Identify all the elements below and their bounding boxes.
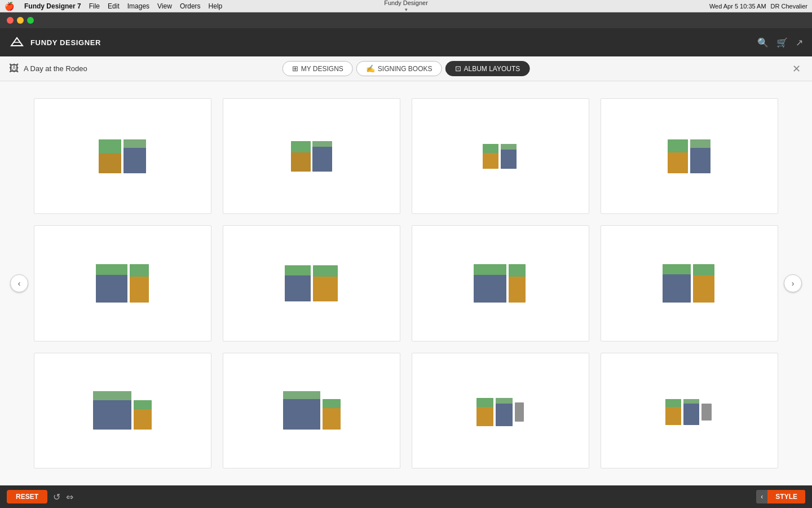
layout-card-r2c4[interactable] <box>601 225 778 341</box>
project-bar: 🖼 A Day at the Rodeo ⊞ MY DESIGNS ✍ SIGN… <box>0 56 812 81</box>
tab-my-designs[interactable]: ⊞ MY DESIGNS <box>283 61 353 76</box>
svg-rect-56 <box>283 399 320 430</box>
bottom-toolbar: RESET ↺ ⇔ ‹ STYLE <box>0 485 812 508</box>
svg-rect-35 <box>313 277 338 301</box>
svg-rect-69 <box>665 407 681 425</box>
menu-view[interactable]: View <box>157 2 172 10</box>
macos-menubar: 🍎 Fundy Designer 7 File Edit Images View… <box>0 0 812 12</box>
tab-album-layouts[interactable]: ⊡ ALBUM LAYOUTS <box>445 61 530 76</box>
apple-menu[interactable]: 🍎 <box>5 2 14 11</box>
layout-thumbnail-r1c3 <box>478 139 523 173</box>
style-button-group: ‹ STYLE <box>756 490 805 503</box>
layout-thumbnail-r3c1 <box>92 388 154 433</box>
svg-rect-5 <box>123 148 146 173</box>
nav-tabs: ⊞ MY DESIGNS ✍ SIGNING BOOKS ⊡ ALBUM LAY… <box>283 61 530 76</box>
signing-books-icon: ✍ <box>366 64 375 73</box>
svg-rect-17 <box>501 150 517 169</box>
layout-card-r1c3[interactable] <box>412 98 589 214</box>
menu-images[interactable]: Images <box>127 2 149 10</box>
traffic-lights <box>7 17 34 24</box>
svg-rect-8 <box>291 152 311 172</box>
svg-rect-11 <box>312 147 332 172</box>
layout-card-r2c2[interactable] <box>223 225 400 341</box>
layout-card-r2c3[interactable] <box>412 225 589 341</box>
svg-rect-38 <box>474 275 506 303</box>
menubar-user: DR Chevalier <box>771 3 807 10</box>
layout-card-r3c1[interactable] <box>34 353 211 468</box>
svg-rect-73 <box>701 404 712 421</box>
header-icons: 🔍 🛒 ↗ <box>757 37 803 48</box>
swap-icon[interactable]: ⇔ <box>66 492 73 502</box>
svg-rect-44 <box>663 274 691 303</box>
close-project-button[interactable]: ✕ <box>790 60 803 77</box>
layout-card-r3c4[interactable] <box>601 353 778 468</box>
maximize-window-button[interactable] <box>27 17 34 24</box>
app-menu-name[interactable]: Fundy Designer 7 <box>24 2 81 10</box>
layouts-grid <box>34 98 778 468</box>
layout-card-r1c1[interactable] <box>34 98 211 214</box>
app-logo-icon <box>9 34 25 50</box>
menubar-right: Wed Apr 5 10:35 AM DR Chevalier <box>709 3 807 10</box>
reset-button[interactable]: RESET <box>7 490 47 503</box>
layout-thumbnail-r3c3 <box>475 388 526 433</box>
svg-rect-23 <box>690 148 710 173</box>
tab-signing-books[interactable]: ✍ SIGNING BOOKS <box>356 61 442 76</box>
menu-help[interactable]: Help <box>209 2 223 10</box>
search-icon[interactable]: 🔍 <box>757 37 769 48</box>
project-icon: 🖼 <box>9 63 19 75</box>
my-designs-icon: ⊞ <box>292 64 298 73</box>
svg-rect-47 <box>693 275 714 303</box>
style-chevron-button[interactable]: ‹ <box>756 490 767 503</box>
layout-thumbnail-r1c2 <box>286 137 337 176</box>
svg-rect-32 <box>285 275 311 301</box>
svg-rect-50 <box>93 400 131 430</box>
layout-card-r2c1[interactable] <box>34 225 211 341</box>
layout-thumbnail-r2c3 <box>473 261 529 306</box>
layout-card-r1c2[interactable] <box>223 98 400 214</box>
rotate-icon[interactable]: ↺ <box>53 492 60 502</box>
tab-album-layouts-label: ALBUM LAYOUTS <box>464 65 520 73</box>
layout-thumbnail-r1c4 <box>664 137 715 176</box>
svg-rect-59 <box>323 408 341 430</box>
svg-rect-29 <box>130 277 149 303</box>
svg-rect-14 <box>483 153 498 169</box>
layout-thumbnail-r1c1 <box>98 137 148 176</box>
layout-thumbnail-r3c4 <box>664 388 715 433</box>
svg-rect-41 <box>509 277 526 303</box>
layout-thumbnail-r2c4 <box>661 261 718 306</box>
titlebar <box>0 12 812 28</box>
export-icon[interactable]: ↗ <box>796 37 803 48</box>
minimize-window-button[interactable] <box>17 17 24 24</box>
menu-orders[interactable]: Orders <box>180 2 201 10</box>
svg-rect-2 <box>99 154 121 173</box>
app-title: FUNDY DESIGNER <box>30 38 101 47</box>
layout-thumbnail-r2c2 <box>284 261 340 306</box>
menu-edit[interactable]: Edit <box>108 2 120 10</box>
prev-page-button[interactable]: ‹ <box>10 274 28 292</box>
style-button[interactable]: STYLE <box>767 490 805 503</box>
album-layouts-icon: ⊡ <box>455 64 461 73</box>
cart-icon[interactable]: 🛒 <box>776 37 788 48</box>
layout-thumbnail-r3c2 <box>281 388 343 433</box>
svg-rect-65 <box>496 404 513 426</box>
menu-file[interactable]: File <box>89 2 100 10</box>
svg-rect-66 <box>515 402 524 422</box>
layout-thumbnail-r2c1 <box>95 261 151 306</box>
menubar-time: Wed Apr 5 10:35 AM <box>709 3 766 10</box>
svg-rect-72 <box>683 404 699 425</box>
next-page-button[interactable]: › <box>784 274 802 292</box>
layout-card-r3c3[interactable] <box>412 353 589 468</box>
layout-card-r3c2[interactable] <box>223 353 400 468</box>
main-content: ‹ › <box>0 81 812 485</box>
tab-my-designs-label: MY DESIGNS <box>301 65 343 73</box>
svg-rect-62 <box>476 407 493 426</box>
tab-signing-books-label: SIGNING BOOKS <box>378 65 433 73</box>
window-title-area: Fundy Designer ▾ <box>384 0 428 14</box>
app-header: FUNDY DESIGNER 🔍 🛒 ↗ <box>0 28 812 56</box>
close-window-button[interactable] <box>7 17 14 24</box>
svg-rect-26 <box>96 275 127 303</box>
layout-card-r1c4[interactable] <box>601 98 778 214</box>
svg-rect-20 <box>668 152 688 173</box>
svg-rect-53 <box>134 409 152 430</box>
window-title: Fundy Designer <box>384 0 428 7</box>
